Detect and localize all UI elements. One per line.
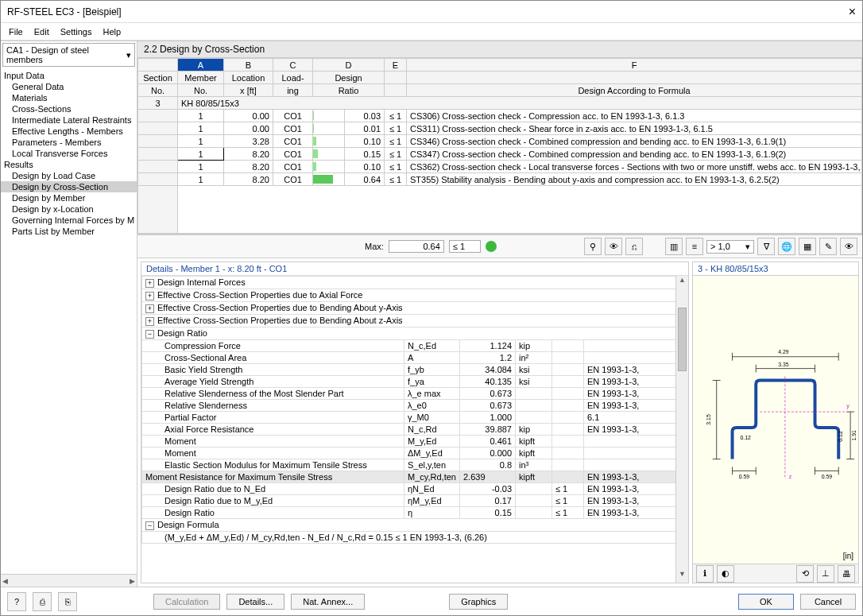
svg-text:0.59: 0.59	[822, 474, 833, 479]
details-row[interactable]: MomentΔM_y,Ed0.000kipft	[142, 447, 688, 459]
tool-btn-1[interactable]: ⚲	[584, 238, 602, 255]
tool-btn-eye[interactable]: 👁	[840, 238, 857, 255]
section-btn-4[interactable]: ⊥	[817, 565, 834, 583]
tree-item[interactable]: Effective Lengths - Members	[1, 126, 137, 137]
menu-help[interactable]: Help	[103, 27, 121, 37]
table-row[interactable]: 18.20CO10.64≤ 1ST355) Stability analysis…	[138, 173, 862, 186]
cancel-button[interactable]: Cancel	[800, 594, 856, 610]
tool-btn-6[interactable]: 🌐	[778, 238, 795, 255]
details-button[interactable]: Details...	[226, 594, 284, 610]
details-row[interactable]: MomentM_y,Ed0.461kipft	[142, 436, 688, 447]
ok-button[interactable]: OK	[738, 594, 794, 610]
details-table[interactable]: +Design Internal Forces+Effective Cross-…	[141, 276, 688, 544]
table-row[interactable]: 10.00CO10.03≤ 1CS306) Cross-section chec…	[138, 110, 862, 122]
calculation-button[interactable]: Calculation	[153, 594, 220, 610]
sidebar: CA1 - Design of steel members▾ Input Dat…	[1, 41, 137, 587]
details-group[interactable]: +Effective Cross-Section Properties due …	[142, 289, 688, 302]
details-row[interactable]: Partial Factorγ_M01.0006.1	[142, 412, 688, 424]
section-canvas[interactable]: 4.29 3.35 3.15 0.59 0.59 0.12 0.12 1.91	[693, 276, 858, 564]
details-group[interactable]: +Design Internal Forces	[142, 277, 688, 289]
svg-text:3.15: 3.15	[706, 414, 711, 425]
tree-item[interactable]: Intermediate Lateral Restraints	[1, 114, 137, 126]
details-group[interactable]: −Design Formula	[142, 519, 688, 532]
details-row[interactable]: Cross-Sectional AreaA1.2in²	[142, 352, 688, 364]
details-row[interactable]: Elastic Section Modulus for Maximum Tens…	[142, 459, 688, 471]
details-group[interactable]: +Effective Cross-Section Properties due …	[142, 315, 688, 327]
tool-btn-7[interactable]: ✎	[819, 238, 837, 255]
max-cond: ≤ 1	[449, 240, 481, 253]
tree-group-results[interactable]: Results	[1, 159, 137, 170]
details-row[interactable]: Design Ratio due to M_y,EdηM_y,Ed0.17≤ 1…	[142, 495, 688, 507]
col-E[interactable]: E	[385, 59, 407, 72]
tool-btn-3[interactable]: ⎌	[625, 238, 643, 255]
max-label: Max:	[365, 242, 384, 251]
footer-btn-2[interactable]: ⎙	[33, 592, 52, 611]
table-row[interactable]: 18.20CO10.10≤ 1CS362) Cross-section chec…	[138, 161, 862, 173]
section-btn-3[interactable]: ⟲	[796, 565, 814, 583]
details-scrollbar[interactable]: ▲ ▼	[675, 276, 688, 583]
close-icon[interactable]: ×	[849, 5, 856, 19]
col-A[interactable]: A	[178, 59, 224, 72]
section-title: 3 - KH 80/85/15x3	[693, 262, 858, 276]
section-view: 3 - KH 80/85/15x3	[692, 262, 859, 583]
tree-item[interactable]: Design by x-Location	[1, 203, 137, 215]
tree-item[interactable]: Materials	[1, 92, 137, 103]
details-row[interactable]: Moment Resistance for Maximum Tensile St…	[142, 471, 688, 483]
tree-group-input[interactable]: Input Data	[1, 70, 137, 81]
tree-item[interactable]: General Data	[1, 81, 137, 92]
footer-btn-3[interactable]: ⎘	[58, 592, 77, 611]
svg-text:y: y	[846, 403, 849, 409]
tree-item[interactable]: Governing Internal Forces by M	[1, 215, 137, 226]
details-row[interactable]: Relative Slenderness of the Most Slender…	[142, 388, 688, 400]
section-unit: [in]	[843, 552, 853, 560]
print-icon[interactable]: 🖶	[838, 565, 855, 583]
details-row[interactable]: Design Ratio due to N_EdηN_Ed-0.03≤ 1EN …	[142, 483, 688, 495]
nat-annex-button[interactable]: Nat. Annex...	[291, 594, 365, 610]
details-header: Details - Member 1 - x: 8.20 ft - CO1	[141, 262, 688, 276]
section-group-row: 3 KH 80/85/15x3	[138, 97, 862, 110]
results-table[interactable]: A B C D E F Section Member Location Load…	[137, 58, 862, 234]
section-btn-2[interactable]: ◐	[717, 565, 734, 583]
table-row[interactable]: 13.28CO10.10≤ 1CS346) Cross-section chec…	[138, 135, 862, 148]
tree-item[interactable]: Cross-Sections	[1, 103, 137, 114]
case-selector[interactable]: CA1 - Design of steel members▾	[2, 43, 135, 67]
details-row[interactable]: Compression ForceN_c,Ed1.124kip	[142, 340, 688, 352]
menu-file[interactable]: File	[9, 27, 23, 37]
tool-btn-excel[interactable]: ▦	[799, 238, 816, 255]
col-B[interactable]: B	[224, 59, 273, 72]
menu-edit[interactable]: Edit	[34, 27, 49, 37]
ratio-filter-select[interactable]: > 1,0▾	[706, 240, 754, 254]
tool-btn-filter[interactable]: ∇	[757, 238, 775, 255]
details-row[interactable]: Average Yield Strengthf_ya40.135ksiEN 19…	[142, 376, 688, 388]
graphics-button[interactable]: Graphics	[449, 594, 508, 610]
results-toolbar: ⚲ 👁 ⎌ ▥ ≡ > 1,0▾ ∇ 🌐 ▦ ✎ 👁	[584, 238, 857, 255]
sidebar-scrollbar[interactable]: ◀▶	[1, 574, 137, 587]
tree-item[interactable]: Parts List by Member	[1, 226, 137, 237]
details-group[interactable]: +Effective Cross-Section Properties due …	[142, 302, 688, 315]
tree-item[interactable]: Local Transverse Forces	[1, 148, 137, 159]
tree-item[interactable]: Design by Cross-Section	[1, 181, 137, 192]
details-row[interactable]: Relative Slendernessλ_e00.673EN 1993-1-3…	[142, 400, 688, 412]
col-F[interactable]: F	[407, 59, 862, 72]
info-icon[interactable]: ℹ	[696, 565, 714, 583]
table-row[interactable]: 18.20CO10.15≤ 1CS347) Cross-section chec…	[138, 148, 862, 161]
col-C[interactable]: C	[273, 59, 313, 72]
tool-btn-5[interactable]: ≡	[686, 238, 703, 255]
table-row[interactable]: 10.00CO10.01≤ 1CS311) Cross-section chec…	[138, 122, 862, 135]
details-group[interactable]: −Design Ratio	[142, 327, 688, 340]
details-row[interactable]: Axial Force ResistanceN_c,Rd39.887kipEN …	[142, 424, 688, 436]
tree-item[interactable]: Design by Member	[1, 192, 137, 203]
tool-btn-2[interactable]: 👁	[605, 238, 622, 255]
main-title: 2.2 Design by Cross-Section	[137, 41, 862, 58]
col-D[interactable]: D	[313, 59, 385, 72]
tool-btn-4[interactable]: ▥	[665, 238, 683, 255]
details-row[interactable]: Design Ratioη0.15≤ 1EN 1993-1-3,	[142, 507, 688, 519]
window-title: RF-STEEL EC3 - [Beispiel]	[7, 6, 849, 17]
menu-settings[interactable]: Settings	[60, 27, 92, 37]
svg-text:z: z	[789, 474, 792, 479]
menubar: File Edit Settings Help	[1, 23, 862, 41]
help-icon[interactable]: ?	[7, 592, 26, 611]
tree-item[interactable]: Design by Load Case	[1, 170, 137, 181]
details-row[interactable]: Basic Yield Strengthf_yb34.084ksiEN 1993…	[142, 364, 688, 376]
tree-item[interactable]: Parameters - Members	[1, 137, 137, 148]
